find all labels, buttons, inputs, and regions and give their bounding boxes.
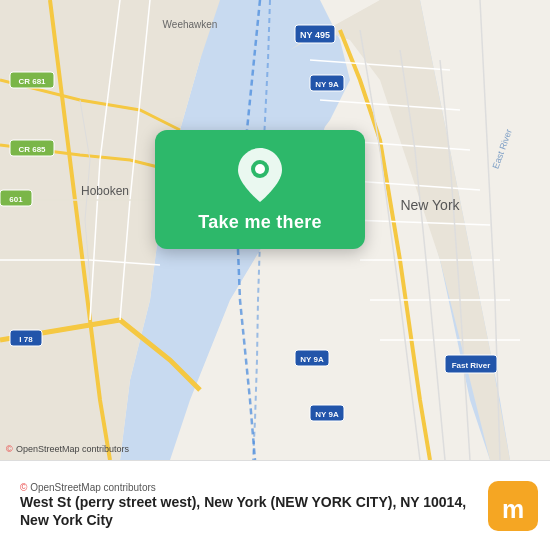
take-me-there-button[interactable]: Take me there [155, 130, 365, 249]
svg-text:601: 601 [9, 195, 23, 204]
moovit-icon: m [488, 481, 538, 531]
location-name: West St (perry street west), New York (N… [20, 493, 478, 529]
location-info: © OpenStreetMap contributors West St (pe… [12, 482, 478, 529]
svg-text:NY 9A: NY 9A [315, 80, 339, 89]
svg-text:I 78: I 78 [19, 335, 33, 344]
svg-text:©: © [6, 444, 13, 454]
moovit-logo: m [488, 481, 538, 531]
svg-text:NY 495: NY 495 [300, 30, 330, 40]
svg-text:Hoboken: Hoboken [81, 184, 129, 198]
svg-text:CR 685: CR 685 [18, 145, 46, 154]
svg-text:Fast River: Fast River [452, 361, 491, 370]
svg-text:NY 9A: NY 9A [300, 355, 324, 364]
map-container: NY 495 NY 9A NY 9A NY 9A NY 9A CR 681 CR… [0, 0, 550, 460]
location-pin-icon [238, 148, 282, 202]
osm-copyright-symbol: © [20, 482, 27, 493]
svg-text:New York: New York [400, 197, 460, 213]
osm-text: OpenStreetMap contributors [30, 482, 156, 493]
svg-text:Weehawken: Weehawken [163, 19, 218, 30]
take-me-there-label: Take me there [198, 212, 322, 233]
svg-text:OpenStreetMap contributors: OpenStreetMap contributors [16, 444, 130, 454]
svg-point-33 [255, 164, 265, 174]
osm-credit: © OpenStreetMap contributors [20, 482, 468, 493]
svg-text:CR 681: CR 681 [18, 77, 46, 86]
svg-text:NY 9A: NY 9A [315, 410, 339, 419]
bottom-bar: © OpenStreetMap contributors West St (pe… [0, 460, 550, 550]
svg-text:m: m [502, 494, 524, 522]
